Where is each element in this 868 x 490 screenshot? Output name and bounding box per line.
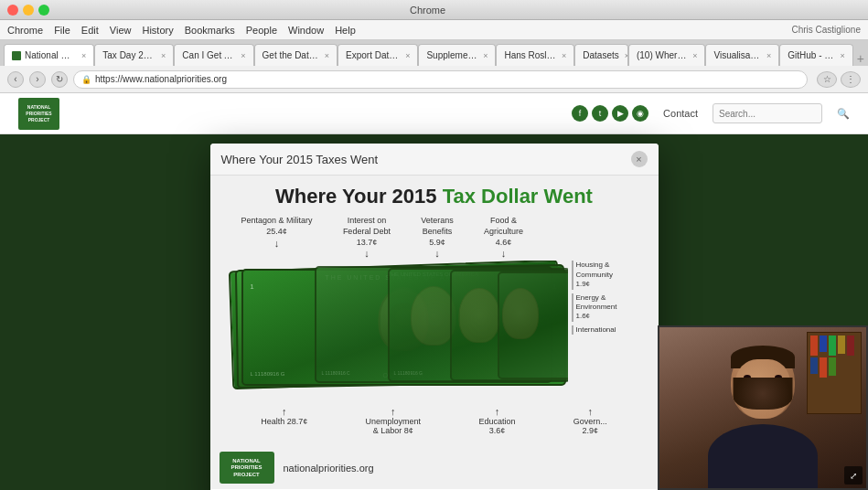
menu-help[interactable]: Help [335, 25, 356, 36]
tab-label: GitHub - jaim... [788, 50, 834, 60]
reload-button[interactable]: ↻ [51, 71, 68, 88]
minimize-button[interactable] [23, 5, 34, 16]
back-button[interactable]: ‹ [7, 71, 24, 88]
right-labels: Housing &Community1.9¢ Energy &Environme… [568, 261, 646, 402]
nav-bar: ‹ › ↻ 🔒 https://www.nationalpriorities.o… [0, 66, 868, 93]
bookshelf [807, 332, 862, 414]
bill-serial-5: L 11180916 G [394, 370, 423, 376]
bill-serial-left: L 11180916 G [251, 371, 285, 377]
rss-icon[interactable]: ◉ [632, 105, 648, 122]
infographic-title: Where Your 2015 Tax Dollar Went [223, 185, 646, 208]
youtube-icon[interactable]: ▶ [612, 105, 628, 122]
tab-national-priorities[interactable]: National Prioriti... × [4, 44, 94, 66]
twitter-icon[interactable]: t [592, 105, 608, 122]
tab-supplemental[interactable]: Supplemental ... × [418, 44, 496, 66]
site-header: NATIONALPRIORITIESPROJECT f t ▶ ◉ Contac… [0, 93, 868, 134]
close-button[interactable] [7, 5, 18, 16]
label-pentagon: Pentagon & Military25.4¢ ↓ [241, 216, 313, 259]
tab-export-data[interactable]: Export Data | D... × [338, 44, 418, 66]
tabs-bar: National Prioriti... × Tax Day 2016 |...… [0, 40, 868, 66]
url-text: https://www.nationalpriorities.org [95, 74, 227, 84]
tab-label: Get the Data | D... [263, 50, 319, 60]
modal-close-button[interactable]: × [631, 151, 648, 167]
tab-close[interactable]: × [161, 51, 166, 60]
person-beard [734, 378, 793, 410]
footer-url: nationalpriorities.org [284, 463, 374, 474]
tab-close[interactable]: × [766, 51, 771, 60]
tab-close[interactable]: × [692, 51, 697, 60]
url-bar[interactable]: 🔒 https://www.nationalpriorities.org [73, 70, 808, 89]
tab-label: Export Data | D... [346, 50, 400, 60]
menu-bar: Chrome File Edit View History Bookmarks … [0, 20, 868, 40]
tab-can-i-get[interactable]: Can I Get A Re... × [174, 44, 253, 66]
bill-layer-7 [498, 272, 568, 379]
search-icon[interactable]: 🔍 [837, 108, 850, 120]
maximize-button[interactable] [38, 5, 49, 16]
forward-button[interactable]: › [29, 71, 46, 88]
menu-file[interactable]: File [54, 25, 70, 36]
menu-edit[interactable]: Edit [81, 25, 99, 36]
label-education: ↑ Education3.6¢ [478, 406, 515, 435]
person-body [708, 424, 818, 488]
tab-label: Hans Rosling :... [504, 50, 556, 60]
tab-close[interactable]: × [405, 51, 410, 60]
infographic: Where Your 2015 Tax Dollar Went Pentagon… [210, 176, 659, 446]
user-label: Chris Castiglione [791, 25, 861, 35]
bills-area: THE UNITED STATES OF AMERICA 1 L 1118091… [223, 261, 646, 402]
tab-datasets[interactable]: Datasets × [574, 44, 628, 66]
menu-dots-button[interactable]: ⋮ [841, 71, 861, 88]
tab-get-data[interactable]: Get the Data | D... × [254, 44, 338, 66]
browser-chrome: Chrome Chrome File Edit View History Boo… [0, 0, 868, 93]
modal-header: Where Your 2015 Taxes Went × [210, 144, 659, 176]
tab-close[interactable]: × [241, 51, 245, 60]
tab-tax-day[interactable]: Tax Day 2016 |... × [94, 44, 174, 66]
tab-close[interactable]: × [81, 51, 86, 60]
label-interest: Interest onFederal Debt13.7¢ ↓ [343, 216, 391, 259]
contact-link[interactable]: Contact [663, 108, 698, 119]
facebook-icon[interactable]: f [572, 105, 588, 122]
tab-label: (10) Where ca... [637, 50, 687, 60]
tab-close[interactable]: × [325, 51, 329, 60]
bills-container: THE UNITED STATES OF AMERICA 1 L 1118091… [223, 261, 568, 402]
tab-github[interactable]: GitHub - jaim... × [779, 44, 853, 66]
tab-label: Visualisation:... [713, 50, 761, 60]
tab-label: National Prioriti... [25, 50, 76, 60]
bill-number-left: 1 [251, 283, 254, 290]
menu-bookmarks[interactable]: Bookmarks [185, 25, 235, 36]
tab-close[interactable]: × [841, 51, 845, 60]
video-person [659, 327, 866, 488]
site-logo: NATIONALPRIORITIESPROJECT [26, 104, 51, 123]
tab-close[interactable]: × [562, 51, 566, 60]
label-energy: Energy &Environment1.6¢ [572, 293, 646, 322]
tab-label: Datasets [583, 50, 618, 60]
tab-hans-rosling[interactable]: Hans Rosling :... × [496, 44, 574, 66]
tab-close[interactable]: × [483, 51, 488, 60]
menu-people[interactable]: People [246, 25, 277, 36]
tab-where-ca[interactable]: (10) Where ca... × [628, 44, 706, 66]
menu-history[interactable]: History [142, 25, 173, 36]
menu-view[interactable]: View [110, 25, 132, 36]
tab-favicon [12, 51, 21, 60]
tab-label: Tax Day 2016 |... [102, 50, 155, 60]
title-bar-text: Chrome [49, 5, 806, 16]
social-icons: f t ▶ ◉ [572, 105, 648, 122]
bookmark-button[interactable]: ☆ [817, 71, 837, 88]
site-search-input[interactable] [713, 103, 822, 123]
menu-chrome[interactable]: Chrome [7, 25, 43, 36]
label-health: ↑ Health 28.7¢ [261, 406, 307, 435]
label-international: International [572, 325, 646, 335]
modal: Where Your 2015 Taxes Went × Where Your … [210, 144, 659, 490]
expand-icon[interactable]: ⤢ [844, 466, 863, 485]
tab-label: Can I Get A Re... [182, 50, 235, 60]
title-bar: Chrome [0, 0, 868, 20]
label-veterans: VeteransBenefits5.9¢ ↓ [421, 216, 454, 259]
video-overlay: ⤢ [658, 325, 868, 490]
new-tab-button[interactable]: + [857, 51, 864, 66]
tab-label: Supplemental ... [426, 50, 477, 60]
modal-title: Where Your 2015 Taxes Went [221, 153, 379, 166]
np-logo-footer: NATIONALPRIORITIESPROJECT [220, 452, 274, 484]
tab-visualization[interactable]: Visualisation:... × [705, 44, 779, 66]
label-housing: Housing &Community1.9¢ [572, 261, 646, 289]
menu-window[interactable]: Window [288, 25, 324, 36]
bottom-labels: ↑ Health 28.7¢ ↑ Unemployment& Labor 8¢ … [223, 402, 646, 437]
